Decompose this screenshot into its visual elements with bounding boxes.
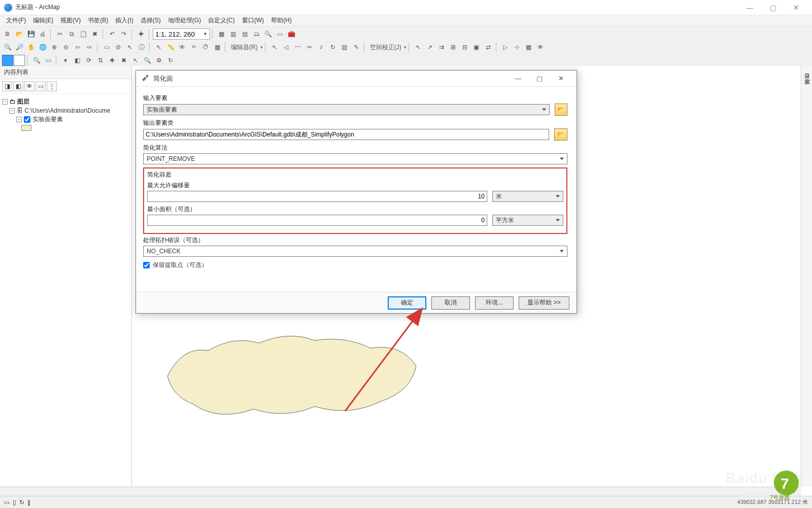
scale-combo[interactable]: ▼	[153, 28, 210, 40]
cut-icon[interactable]: ✂	[54, 28, 65, 40]
dialog-maximize-button[interactable]: ▢	[529, 71, 550, 86]
multi-link-icon[interactable]: ⇉	[436, 42, 447, 53]
edit-vertices-icon[interactable]: ◁	[281, 42, 292, 53]
sketch-icon[interactable]: ✎	[351, 42, 362, 53]
tolerance-input[interactable]	[147, 191, 487, 202]
close-button[interactable]: ✕	[785, 0, 808, 15]
scale-input[interactable]	[155, 30, 201, 38]
table-icon[interactable]: ▤	[240, 28, 251, 40]
adjust-select-icon[interactable]: ↖	[413, 42, 424, 53]
menu-help[interactable]: 帮助(H)	[268, 15, 295, 26]
toc-tree[interactable]: − 🗀 图层 − 🗄 C:\Users\Administrator\Docume…	[0, 94, 131, 493]
zoom-out-icon[interactable]: 🔎	[14, 42, 25, 53]
fixed-zoom-in-icon[interactable]: ⊕	[49, 42, 60, 53]
layout-view-icon[interactable]: ▯	[13, 499, 16, 506]
dialog-close-button[interactable]: ✕	[550, 71, 571, 86]
split-icon[interactable]: ⫽	[316, 42, 327, 53]
options-icon[interactable]: ⋮	[47, 81, 57, 91]
menu-customize[interactable]: 自定义(C)	[205, 15, 238, 26]
list-by-source-icon[interactable]: ◧	[13, 81, 23, 91]
tolerance-unit-combo[interactable]: 米	[492, 191, 563, 202]
measure-icon[interactable]: 📏	[165, 42, 176, 53]
collapse-icon[interactable]: −	[9, 108, 15, 114]
toolbox-icon[interactable]: 🧰	[286, 28, 297, 40]
model-builder-icon[interactable]: ▥	[228, 28, 239, 40]
flip-icon[interactable]: ⇅	[95, 55, 106, 66]
layer-visibility-checkbox[interactable]	[24, 116, 30, 123]
menu-file[interactable]: 文件(F)	[3, 15, 29, 26]
delete-icon[interactable]: ✖	[89, 28, 100, 40]
select-element-icon[interactable]: ↖	[124, 42, 136, 53]
python-icon[interactable]: ▭	[275, 28, 286, 40]
collapse-icon[interactable]: −	[16, 117, 22, 122]
algorithm-combo[interactable]: POINT_REMOVE	[143, 153, 567, 164]
minimize-button[interactable]: —	[738, 0, 761, 15]
menu-insert[interactable]: 插入(I)	[112, 15, 136, 26]
zoom-link-icon[interactable]: 🔍	[142, 55, 153, 66]
open-icon[interactable]: 📂	[14, 28, 25, 40]
menu-selection[interactable]: 选择(S)	[138, 15, 164, 26]
prev-extent-icon[interactable]: ⇦	[72, 42, 83, 53]
layer-symbol-swatch[interactable]	[21, 125, 31, 131]
select-link-icon[interactable]: ↖	[130, 55, 141, 66]
select-icon[interactable]: ▭	[101, 42, 112, 53]
topo-combo[interactable]: NO_CHECK	[143, 246, 567, 257]
data-view-icon[interactable]: ▭	[4, 499, 10, 506]
editor-dropdown[interactable]: 编辑器(R)	[229, 43, 260, 52]
save-icon[interactable]: 💾	[25, 28, 37, 40]
fill-swatch[interactable]	[2, 55, 13, 66]
layer-node[interactable]: 实验面要素	[32, 115, 63, 124]
dataset-node[interactable]: 🗄 C:\Users\Administrator\Docume	[17, 107, 110, 114]
browse-input-button[interactable]: 📂	[555, 104, 567, 116]
cut-polygon-icon[interactable]: ✂	[304, 42, 315, 53]
auto-adjust-icon[interactable]: ⚙	[153, 55, 164, 66]
draw-rect-icon[interactable]: ▭	[43, 55, 54, 66]
layers-root[interactable]: 🗀 图层	[10, 97, 29, 106]
pan-icon[interactable]: ✋	[25, 42, 37, 53]
attributes-icon[interactable]: ▤	[339, 42, 350, 53]
ok-button[interactable]: 确定	[388, 296, 426, 310]
search-icon[interactable]: 🔍	[263, 28, 274, 40]
clear-selection-icon[interactable]: ⊘	[113, 42, 124, 53]
view-link-icon[interactable]: 👁	[535, 42, 546, 53]
fixed-zoom-out-icon[interactable]: ⊖	[60, 42, 72, 53]
layer-icon[interactable]: ◧	[72, 55, 83, 66]
find-route-icon[interactable]: 🔍	[31, 55, 42, 66]
rotate-img-icon[interactable]: ⟳	[83, 55, 94, 66]
edit-tool-icon[interactable]: ↖	[269, 42, 280, 53]
reshape-icon[interactable]: 〰	[292, 42, 303, 53]
spatial-adjust-dropdown[interactable]: 空间校正(J)	[368, 43, 403, 52]
show-help-button[interactable]: 显示帮助 >>	[519, 296, 569, 310]
full-extent-icon[interactable]: 🌐	[37, 42, 48, 53]
zoom-in-icon[interactable]: 🔍	[2, 42, 13, 53]
delete-control-icon[interactable]: ✖	[118, 55, 129, 66]
menu-view[interactable]: 视图(V)	[57, 15, 84, 26]
menu-bookmarks[interactable]: 书签(B)	[85, 15, 111, 26]
editor-toolbar-icon[interactable]: ▦	[216, 28, 227, 40]
browse-output-button[interactable]: 📂	[554, 128, 567, 141]
dialog-minimize-button[interactable]: —	[507, 71, 529, 86]
pointer-icon[interactable]: ↖	[153, 42, 164, 53]
catalog-icon[interactable]: 🗂	[251, 28, 262, 40]
output-path-input[interactable]	[143, 129, 549, 140]
menu-edit[interactable]: 编辑(E)	[30, 15, 56, 26]
viewer-icon[interactable]: ▦	[212, 42, 223, 53]
rotate-icon[interactable]: ↻	[327, 42, 339, 53]
xy-icon[interactable]: ᵡʸ	[188, 42, 199, 53]
print-icon[interactable]: 🖨	[37, 28, 48, 40]
menu-geoprocessing[interactable]: 地理处理(G)	[165, 15, 204, 26]
next-extent-icon[interactable]: ⇨	[84, 42, 95, 53]
add-data-icon[interactable]: ✚	[136, 28, 147, 40]
paste-icon[interactable]: 📋	[78, 28, 89, 40]
outline-swatch[interactable]	[14, 55, 25, 66]
min-area-input[interactable]	[147, 215, 487, 226]
link-table-icon[interactable]: ▦	[523, 42, 534, 53]
list-by-draw-icon[interactable]: ◨	[2, 81, 12, 91]
displacement-link-icon[interactable]: ↗	[424, 42, 435, 53]
identity-link-icon[interactable]: ⊞	[448, 42, 459, 53]
control-point-icon[interactable]: ⊹	[512, 42, 523, 53]
undo-icon[interactable]: ↶	[107, 28, 118, 40]
cancel-button[interactable]: 取消	[431, 296, 470, 310]
redo-icon[interactable]: ↷	[118, 28, 129, 40]
maximize-button[interactable]: ▢	[761, 0, 785, 15]
